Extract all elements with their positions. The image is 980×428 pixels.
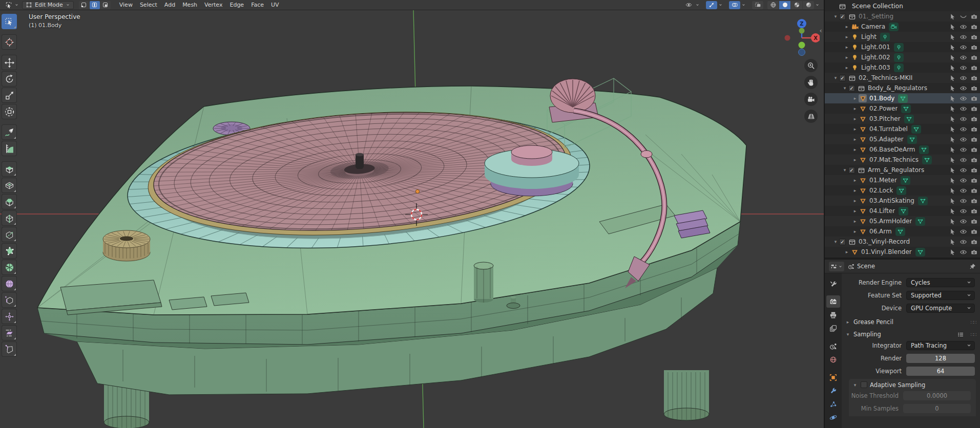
menu[interactable]: Mesh bbox=[179, 1, 201, 9]
mesh-data-badge[interactable] bbox=[899, 207, 908, 216]
panel-sampling[interactable]: ▾ Sampling ∷∷ bbox=[842, 328, 980, 340]
render-visibility-toggle[interactable] bbox=[970, 248, 978, 256]
outliner-row[interactable]: ▸ ✓ 02.Lock bbox=[825, 185, 980, 196]
selectable-toggle[interactable] bbox=[948, 63, 956, 72]
eye-open-icon[interactable] bbox=[959, 43, 967, 51]
selectable-toggle[interactable] bbox=[948, 104, 956, 113]
eye-open-icon[interactable] bbox=[959, 145, 967, 154]
outliner-row[interactable]: ▸ ✓ 02.Power bbox=[825, 103, 980, 114]
render-visibility-toggle[interactable] bbox=[970, 166, 978, 174]
outliner-row[interactable]: ▸ ✓ Camera bbox=[825, 22, 980, 32]
eye-open-icon[interactable] bbox=[959, 135, 967, 143]
toolbar-tool[interactable] bbox=[2, 141, 17, 156]
navigation-gizmo[interactable]: Z X bbox=[784, 15, 820, 61]
chevron-down-icon[interactable] bbox=[815, 3, 820, 7]
selectable-toggle[interactable] bbox=[948, 135, 956, 143]
toolbar-tool[interactable] bbox=[2, 325, 17, 340]
chevron-down-icon[interactable] bbox=[695, 3, 700, 7]
selectable-toggle[interactable] bbox=[948, 197, 956, 205]
outliner-row[interactable]: ▾ ✓ Arm_&_Regulators bbox=[825, 165, 980, 175]
render-engine-dropdown[interactable]: Cycles bbox=[906, 278, 975, 287]
toolbar-tool[interactable] bbox=[2, 14, 17, 29]
outliner-row[interactable]: ▸ ✓ 05.Adapter bbox=[825, 134, 980, 144]
expander-icon[interactable]: ▸ bbox=[843, 24, 850, 29]
eye-open-icon[interactable] bbox=[959, 186, 967, 195]
outliner-row[interactable]: ▾ ✓ 02._Technics-MKII bbox=[825, 73, 980, 83]
toolbar-tool[interactable] bbox=[2, 124, 17, 140]
selectable-toggle[interactable] bbox=[948, 166, 956, 174]
adaptive-sampling-checkbox[interactable] bbox=[861, 381, 867, 388]
outliner-row[interactable]: ▸ ✓ 06.BaseDeArm bbox=[825, 144, 980, 155]
editor-type-button[interactable] bbox=[829, 262, 844, 271]
eye-open-icon[interactable] bbox=[959, 115, 967, 123]
outliner-row[interactable]: ▸ ✓ 01.Vinyl.Blender bbox=[825, 247, 980, 257]
properties-tab[interactable] bbox=[826, 353, 840, 366]
mesh-data-badge[interactable] bbox=[911, 125, 921, 134]
toolbar-tool[interactable] bbox=[2, 260, 17, 275]
mesh-data-badge[interactable] bbox=[918, 197, 928, 205]
render-visibility-toggle[interactable] bbox=[970, 125, 978, 133]
render-visibility-toggle[interactable] bbox=[970, 145, 978, 154]
render-visibility-toggle[interactable] bbox=[970, 186, 978, 195]
menu[interactable]: Vertex bbox=[201, 1, 226, 9]
drag-handle-icon[interactable]: ∷∷ bbox=[970, 332, 976, 337]
light-data-badge[interactable] bbox=[894, 63, 904, 72]
eye-open-icon[interactable] bbox=[959, 238, 967, 246]
show-object-types-button[interactable] bbox=[683, 1, 694, 9]
mesh-data-badge[interactable] bbox=[896, 186, 906, 195]
selectable-toggle[interactable] bbox=[948, 238, 956, 246]
expander-icon[interactable]: ▾ bbox=[832, 75, 839, 80]
expander-icon[interactable]: ▸ bbox=[843, 249, 850, 254]
expander-icon[interactable]: ▸ bbox=[851, 137, 859, 142]
editor-type-button[interactable] bbox=[3, 1, 21, 9]
selectable-toggle[interactable] bbox=[948, 84, 956, 92]
eye-open-icon[interactable] bbox=[959, 63, 967, 72]
zoom-button[interactable] bbox=[804, 59, 818, 72]
eye-open-icon[interactable] bbox=[959, 125, 967, 133]
render-visibility-toggle[interactable] bbox=[970, 104, 978, 113]
properties-tab[interactable] bbox=[826, 384, 840, 397]
eye-open-icon[interactable] bbox=[959, 84, 967, 92]
show-overlays-button[interactable] bbox=[729, 1, 740, 9]
expander-icon[interactable]: ▾ bbox=[841, 167, 848, 173]
render-visibility-toggle[interactable] bbox=[970, 84, 978, 92]
expander-icon[interactable]: ▸ bbox=[851, 188, 859, 193]
select-mode-button[interactable] bbox=[100, 1, 111, 9]
mesh-data-badge[interactable] bbox=[915, 217, 925, 226]
mesh-data-badge[interactable] bbox=[904, 115, 914, 123]
mesh-data-badge[interactable] bbox=[901, 104, 911, 113]
min-samples-field[interactable]: 0 bbox=[903, 404, 971, 413]
toolbar-tool[interactable] bbox=[2, 161, 17, 177]
device-dropdown[interactable]: GPU Compute bbox=[906, 304, 975, 313]
render-visibility-toggle[interactable] bbox=[970, 238, 978, 246]
drag-handle-icon[interactable]: ∷∷ bbox=[970, 319, 976, 325]
outliner-row[interactable]: ▸ ✓ Light.002 bbox=[825, 52, 980, 62]
render-visibility-toggle[interactable] bbox=[970, 227, 978, 236]
selectable-toggle[interactable] bbox=[948, 115, 956, 123]
expander-icon[interactable]: ▸ bbox=[843, 45, 850, 50]
render-visibility-toggle[interactable] bbox=[970, 63, 978, 72]
collection-checkbox[interactable]: ✓ bbox=[839, 75, 846, 81]
mode-dropdown[interactable]: Edit Mode bbox=[22, 1, 74, 9]
integrator-dropdown[interactable]: Path Tracing bbox=[906, 341, 975, 350]
properties-tab[interactable] bbox=[826, 411, 840, 423]
eye-open-icon[interactable] bbox=[959, 166, 967, 174]
render-visibility-toggle[interactable] bbox=[970, 53, 978, 61]
outliner-row[interactable]: ▸ ✓ 03.Pitcher bbox=[825, 114, 980, 124]
render-visibility-toggle[interactable] bbox=[970, 115, 978, 123]
render-visibility-toggle[interactable] bbox=[970, 43, 978, 51]
mesh-data-badge[interactable] bbox=[915, 248, 925, 256]
render-visibility-toggle[interactable] bbox=[970, 135, 978, 143]
menu[interactable]: UV bbox=[267, 1, 283, 9]
menu[interactable]: Select bbox=[136, 1, 161, 9]
expander-icon[interactable]: ▸ bbox=[843, 65, 850, 70]
perspective-toggle-button[interactable] bbox=[804, 110, 818, 123]
eye-open-icon[interactable] bbox=[959, 74, 967, 82]
expander-icon[interactable]: ▸ bbox=[851, 229, 859, 234]
camera-view-button[interactable] bbox=[804, 93, 818, 106]
noise-threshold-field[interactable]: 0.0000 bbox=[903, 391, 971, 400]
toolbar-tool[interactable] bbox=[2, 210, 17, 226]
properties-tab[interactable] bbox=[826, 371, 840, 383]
selectable-toggle[interactable] bbox=[948, 145, 956, 154]
menu[interactable]: Face bbox=[247, 1, 267, 9]
